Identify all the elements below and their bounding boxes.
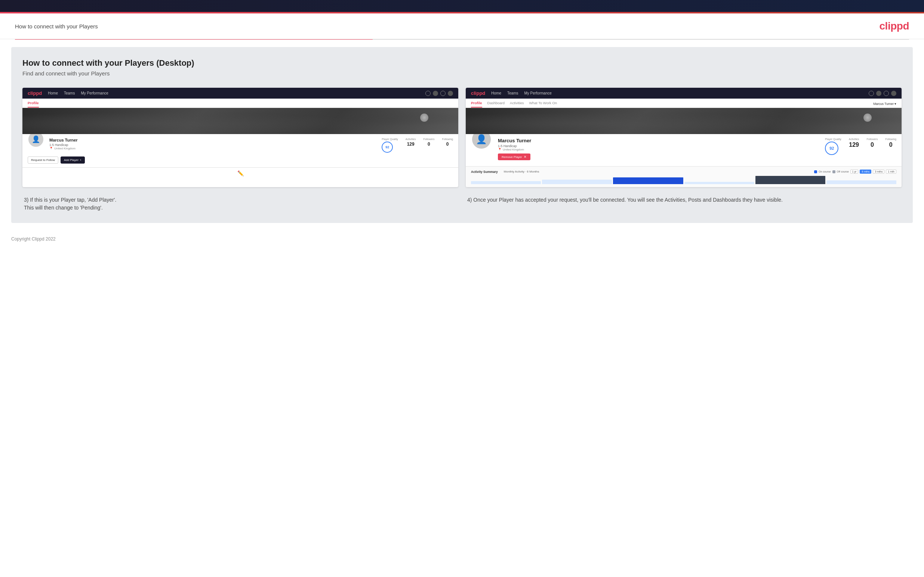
caption-left: 3) If this is your Player tap, 'Add Play… [23, 196, 458, 212]
right-user-label: Marcus Turner ▾ [873, 102, 897, 108]
left-followers-stat: Followers 0 [423, 138, 435, 147]
remove-player-button[interactable]: Remove Player ✕ [498, 153, 530, 160]
screenshot-left: clippd Home Teams My Performance Profile [23, 88, 458, 187]
bar-5 [755, 176, 825, 184]
right-nav-teams[interactable]: Teams [507, 91, 518, 95]
page-title: How to connect with your Players (Deskto… [23, 58, 901, 68]
right-search-icon[interactable] [869, 91, 874, 96]
left-profile-info: Marcus Turner 1-5 Handicap 📍 United King… [49, 138, 376, 150]
left-activities-value: 129 [405, 142, 416, 147]
left-nav-performance[interactable]: My Performance [81, 91, 108, 95]
footer-text: Copyright Clippd 2022 [11, 236, 56, 242]
left-navbar: clippd Home Teams My Performance [23, 88, 458, 98]
top-bar [0, 0, 924, 12]
bar-4 [684, 182, 754, 184]
activity-summary: Activity Summary Monthly Activity · 6 Mo… [466, 166, 901, 187]
location-icon: 📍 [49, 147, 53, 150]
right-location: 📍 United Kingdom [498, 148, 819, 151]
right-activities-label: Activities [849, 138, 859, 140]
right-quality-stat: Player Quality 92 [825, 138, 842, 155]
right-following-value: 0 [885, 142, 897, 148]
off-course-label: Off course [837, 170, 849, 173]
right-tab-bar: Profile Dashboard Activities What To Wor… [466, 98, 901, 108]
activity-header: Activity Summary Monthly Activity · 6 Mo… [471, 169, 897, 174]
clippd-logo: clippd [880, 20, 909, 32]
caption-right: 4) Once your Player has accepted your re… [466, 196, 901, 212]
edit-icon: ✏️ [237, 170, 244, 176]
time-btn-6mths[interactable]: 6 mths [860, 169, 871, 174]
right-settings-icon[interactable] [884, 91, 889, 96]
left-activities-label: Activities [405, 138, 416, 140]
left-golf-banner [23, 108, 458, 134]
right-location-icon: 📍 [498, 148, 502, 151]
left-location: 📍 United Kingdom [49, 147, 376, 150]
caption-right-text: 4) Once your Player has accepted your re… [467, 196, 900, 204]
right-tab-profile[interactable]: Profile [471, 101, 482, 108]
right-user-icon[interactable] [876, 91, 881, 96]
right-profile-icon[interactable] [891, 91, 897, 96]
remove-x-icon: ✕ [524, 155, 527, 159]
bar-6 [826, 181, 897, 184]
right-tab-what-to-work-on[interactable]: What To Work On [529, 101, 557, 108]
bar-2 [542, 180, 612, 184]
activity-options: On course Off course 1 yr 6 mths 3 mths … [814, 169, 897, 174]
right-nav-home[interactable]: Home [491, 91, 501, 95]
right-following-stat: Following 0 [885, 138, 897, 148]
time-btn-1mth[interactable]: 1 mth [886, 169, 897, 174]
search-icon[interactable] [425, 91, 431, 96]
time-btn-1yr[interactable]: 1 yr [850, 169, 859, 174]
left-followers-label: Followers [423, 138, 435, 140]
off-course-legend [832, 170, 835, 173]
right-tab-dashboard[interactable]: Dashboard [488, 101, 505, 108]
right-banner-texture [466, 108, 901, 134]
left-location-text: United Kingdom [54, 147, 76, 150]
right-following-label: Following [885, 138, 897, 140]
tab-profile[interactable]: Profile [27, 101, 39, 108]
left-quality-label: Player Quality [382, 138, 398, 140]
add-player-button[interactable]: Add Player + [61, 156, 85, 164]
left-quality-circle: 92 [382, 142, 393, 153]
right-quality-label: Player Quality [825, 138, 842, 140]
header: How to connect with your Players clippd [0, 13, 924, 39]
request-to-follow-button[interactable]: Request to Follow [27, 156, 58, 164]
right-profile-info: Marcus Turner 1-5 Handicap 📍 United King… [498, 138, 819, 163]
activity-period: Monthly Activity · 6 Months [504, 170, 540, 173]
right-tabs: Profile Dashboard Activities What To Wor… [471, 101, 557, 108]
left-profile-section: 👤 Marcus Turner 1-5 Handicap 📍 United Ki… [23, 134, 458, 156]
banner-texture [23, 108, 458, 134]
left-following-value: 0 [442, 142, 453, 147]
left-quality-value: 92 [385, 145, 389, 149]
add-player-label: Add Player [64, 158, 79, 162]
left-mock-logo: clippd [27, 90, 42, 96]
activity-title: Activity Summary [471, 170, 498, 174]
add-icon: + [80, 158, 81, 162]
left-player-name: Marcus Turner [49, 138, 376, 142]
left-following-stat: Following 0 [442, 138, 453, 147]
settings-icon[interactable] [440, 91, 446, 96]
right-navbar: clippd Home Teams My Performance [466, 88, 901, 98]
right-nav-right [869, 91, 897, 96]
left-handicap: 1-5 Handicap [49, 143, 376, 147]
bar-1 [471, 181, 541, 184]
left-nav-teams[interactable]: Teams [64, 91, 75, 95]
footer: Copyright Clippd 2022 [0, 230, 924, 248]
left-profile-actions: Request to Follow Add Player + [23, 156, 458, 167]
profile-icon[interactable] [448, 91, 453, 96]
right-nav-items: Home Teams My Performance [491, 91, 552, 95]
user-icon[interactable] [433, 91, 438, 96]
time-btn-3mths[interactable]: 3 mths [873, 169, 884, 174]
left-nav-home[interactable]: Home [48, 91, 58, 95]
left-stats: Player Quality 92 Activities 129 Followe… [382, 138, 453, 153]
right-tab-activities[interactable]: Activities [510, 101, 524, 108]
screenshot-right: clippd Home Teams My Performance [466, 88, 901, 187]
right-followers-value: 0 [866, 142, 878, 148]
caption-left-text: 3) If this is your Player tap, 'Add Play… [24, 196, 457, 212]
header-divider [15, 39, 909, 40]
right-followers-stat: Followers 0 [866, 138, 878, 148]
right-avatar-icon: 👤 [476, 134, 487, 145]
right-followers-label: Followers [866, 138, 878, 140]
right-nav-performance[interactable]: My Performance [524, 91, 551, 95]
left-followers-value: 0 [423, 142, 435, 147]
right-golf-banner [466, 108, 901, 134]
left-tabs: Profile [23, 98, 458, 108]
